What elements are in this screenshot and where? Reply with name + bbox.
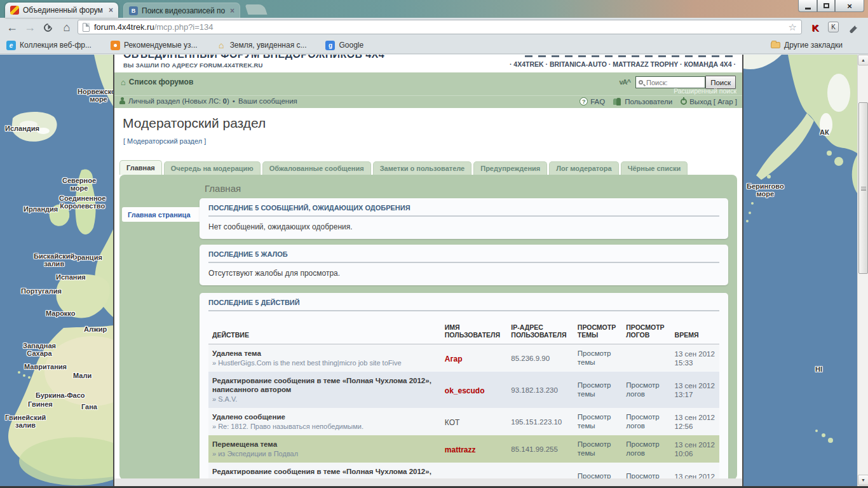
clipped-text-remnant (525, 55, 735, 57)
maximize-button[interactable] (817, 0, 835, 12)
view-topic-link[interactable]: Просмотр темы (578, 440, 618, 458)
logout-link[interactable]: Выход [ Агар ] (681, 98, 737, 105)
site-title[interactable]: ОБЪЕДИНЕННЫЙ ФОРУМ ВНЕДОРОЖНИКОВ 4Х4 (123, 55, 384, 60)
view-topic-link[interactable]: Просмотр темы (578, 381, 618, 398)
minimize-button[interactable] (798, 0, 817, 12)
forum-list-label: Список форумов (129, 78, 193, 86)
partner-links[interactable]: · 4X4TREK · BRITANICA-AUTO · MATTRAZZ TR… (510, 60, 736, 68)
tab-title: Объединенный форум вн (23, 6, 105, 15)
users-link[interactable]: Пользователи (613, 98, 672, 105)
map-label: Гвинея (28, 400, 53, 408)
bookmark-item[interactable]: e Коллекция веб-фр... (6, 41, 92, 50)
map-label: Соединенное Королевство (59, 194, 105, 210)
bookmarks-bar: e Коллекция веб-фр... Рекомендуемые уз..… (0, 37, 868, 54)
username-link[interactable]: ok_escudo (445, 386, 485, 395)
tab-moderation-queue[interactable]: Очередь на модерацию (164, 161, 261, 175)
view-topic-cell: Просмотр темы (574, 372, 622, 408)
tab-close-icon[interactable]: × (230, 7, 234, 15)
search-input[interactable] (645, 78, 702, 87)
view-logs-cell: Просмотр логов (622, 372, 670, 408)
faq-link[interactable]: ? FAQ (580, 97, 605, 105)
close-button[interactable]: × (835, 0, 864, 12)
home-button[interactable]: ⌂ (58, 20, 75, 35)
vertical-scrollbar[interactable]: ▲ ▼ (857, 55, 868, 488)
action-detail-link[interactable]: » S.A.V. (212, 395, 437, 403)
scroll-down-button[interactable]: ▼ (858, 475, 868, 485)
view-logs-link[interactable]: Просмотр логов (626, 412, 667, 430)
scrollbar-thumb[interactable] (858, 102, 868, 274)
wrench-glyph (850, 25, 858, 34)
new-tab-button[interactable] (245, 4, 267, 15)
page-title-area: Модераторский раздел [ Модераторский раз… (114, 108, 742, 160)
home-icon: ⌂ (64, 21, 71, 34)
browser-toolbar: ← → ⌂ forum.4x4trek.ru /mcp.php?i=134 ☆ … (0, 18, 868, 37)
breadcrumb[interactable]: [ Модераторский раздел ] (123, 137, 206, 145)
tab-reported-posts[interactable]: Обжалованные сообщения (262, 161, 371, 175)
time-cell: 13 сен 2012 15:33 (671, 344, 719, 372)
username-link[interactable]: Агар (445, 355, 463, 363)
time-cell: 13 сен 2012 12:56 (671, 408, 719, 435)
view-topic-link[interactable]: Просмотр темы (578, 349, 618, 367)
url-host: forum.4x4trek.ru (94, 22, 154, 32)
view-logs-cell (622, 344, 670, 372)
google-icon: g (325, 41, 335, 50)
action-row-highlighted: Перемещена тема » из Экспедиции в Подвал… (208, 435, 719, 463)
tab-blacklists[interactable]: Чёрные списки (621, 161, 688, 175)
advanced-search-link[interactable]: Расширенный поиск (674, 87, 736, 95)
map-label: Берингово море (747, 182, 784, 198)
action-detail-link[interactable]: » HustlerGigs.Com is the next best thing… (212, 359, 437, 367)
vk-favicon-icon: В (129, 6, 138, 15)
map-label: Западная Сахара (23, 342, 56, 357)
font-size-widget[interactable]: vA^ (620, 78, 631, 86)
map-label: Испания (56, 273, 86, 281)
sidebar-item-main-page[interactable]: Главная страница (122, 207, 200, 222)
keyboard-extension-icon[interactable]: K (828, 22, 839, 32)
bookmark-item[interactable]: ⌂ Земля, увиденная с... (217, 41, 307, 50)
map-label: Буркина-Фасо (36, 391, 85, 399)
other-bookmarks-button[interactable]: Другие закладки (771, 41, 843, 50)
action-detail-link[interactable]: » из Экспедиции в Подвал (212, 450, 437, 458)
scroll-up-button[interactable]: ▲ (858, 55, 868, 65)
tab-user-notes[interactable]: Заметки о пользователе (373, 161, 472, 175)
bookmark-item[interactable]: Рекомендуемые уз... (111, 41, 198, 50)
search-icon (639, 80, 643, 85)
view-logs-link[interactable]: Просмотр логов (626, 440, 667, 458)
reload-button[interactable] (39, 20, 56, 35)
tab-strip: Объединенный форум вн × В Поиск видеозап… (0, 0, 868, 18)
logout-label: Выход [ Агар ] (689, 98, 737, 105)
page-viewport: Норвежское море Исландия Северное море С… (0, 55, 868, 488)
address-bar[interactable]: forum.4x4trek.ru /mcp.php?i=134 ☆ (78, 20, 802, 34)
tab-main[interactable]: Главная (119, 160, 162, 175)
question-icon: ? (580, 97, 588, 105)
user-cell: КОТ (441, 408, 508, 435)
action-row: Удалена тема » HustlerGigs.Com is the ne… (208, 344, 719, 372)
view-topic-link[interactable]: Просмотр темы (578, 412, 618, 430)
minimize-icon (805, 8, 811, 10)
map-label: Исландия (5, 125, 39, 132)
tab-moderator-log[interactable]: Лог модератора (549, 161, 618, 175)
bookmark-star-icon[interactable]: ☆ (789, 22, 797, 33)
private-section-link[interactable]: Личный раздел (Новых ЛС: 0) • Ваши сообщ… (119, 97, 297, 105)
col-view-topic: ПРОСМОТР ТЕМЫ (574, 317, 622, 344)
username-link[interactable]: mattrazz (445, 445, 476, 454)
your-posts-link[interactable]: Ваши сообщения (238, 97, 297, 105)
view-logs-link[interactable]: Просмотр логов (626, 381, 667, 398)
action-cell: Удалено сообщение » Re: 1812. Право назы… (208, 408, 441, 435)
forward-button[interactable]: → (22, 20, 38, 35)
bookmark-item[interactable]: g Google (325, 41, 363, 50)
browser-tab-forum[interactable]: Объединенный форум вн × (5, 3, 118, 18)
action-detail-link[interactable]: » Re: 1812. Право называться непобедимым… (212, 423, 437, 431)
power-icon (681, 98, 687, 105)
back-button[interactable]: ← (4, 20, 20, 35)
kaspersky-extension-icon[interactable]: K (808, 20, 822, 34)
tab-warnings[interactable]: Предупреждения (473, 161, 547, 175)
col-user: ИМЯ ПОЛЬЗОВАТЕЛЯ (441, 317, 508, 344)
wrench-menu-icon[interactable] (848, 22, 859, 33)
forum-list-link[interactable]: ⌂ Список форумов (121, 78, 193, 86)
browser-tab-vk-search[interactable]: В Поиск видеозаписей по з × (123, 3, 240, 18)
mcp-content: Главная Главная страница ПОСЛЕДНИЕ 5 СОО… (119, 175, 737, 480)
tab-close-icon[interactable]: × (109, 6, 113, 14)
username-link[interactable]: КОТ (445, 418, 460, 427)
action-cell: Редактирование сообщения в теме «Полная … (208, 372, 441, 408)
map-land-alaska (743, 55, 857, 488)
